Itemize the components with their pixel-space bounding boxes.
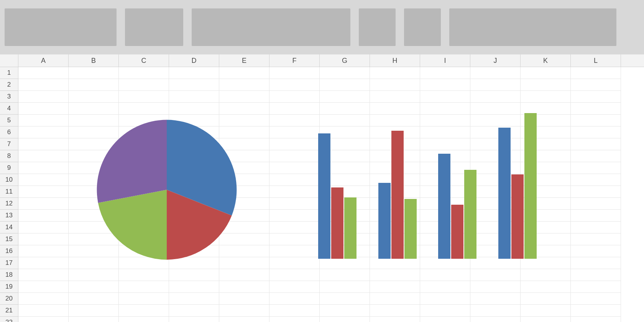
cell-D1[interactable] [169, 67, 219, 79]
column-header-J[interactable]: J [470, 54, 521, 67]
cell-A9[interactable] [18, 162, 69, 174]
ribbon-group-3[interactable] [192, 8, 350, 46]
cell-D3[interactable] [169, 91, 219, 103]
row-header-8[interactable]: 8 [0, 150, 18, 162]
cell-A1[interactable] [18, 67, 69, 79]
cell-I1[interactable] [420, 67, 470, 79]
ribbon-group-2[interactable] [125, 8, 183, 46]
cell-F5[interactable] [269, 115, 320, 127]
row-header-3[interactable]: 3 [0, 91, 18, 103]
cell-J2[interactable] [470, 79, 521, 91]
cell-L9[interactable] [571, 162, 621, 174]
row-header-18[interactable]: 18 [0, 269, 18, 281]
cell-B19[interactable] [69, 281, 119, 293]
cell-F13[interactable] [269, 210, 320, 222]
ribbon-group-4[interactable] [359, 8, 396, 46]
cell-A6[interactable] [18, 127, 69, 138]
cell-B20[interactable] [69, 293, 119, 305]
cell-F22[interactable] [269, 317, 320, 322]
cell-A14[interactable] [18, 222, 69, 233]
cell-F21[interactable] [269, 305, 320, 317]
cell-E18[interactable] [219, 269, 269, 281]
cell-J18[interactable] [470, 269, 521, 281]
cell-L18[interactable] [571, 269, 621, 281]
cell-F7[interactable] [269, 138, 320, 150]
cell-H2[interactable] [370, 79, 420, 91]
row-header-20[interactable]: 20 [0, 293, 18, 305]
cell-L7[interactable] [571, 138, 621, 150]
cell-B3[interactable] [69, 91, 119, 103]
cell-L2[interactable] [571, 79, 621, 91]
cell-G21[interactable] [320, 305, 370, 317]
cell-F15[interactable] [269, 233, 320, 245]
row-header-11[interactable]: 11 [0, 186, 18, 198]
cell-H21[interactable] [370, 305, 420, 317]
cell-L3[interactable] [571, 91, 621, 103]
row-header-9[interactable]: 9 [0, 162, 18, 174]
cell-F17[interactable] [269, 257, 320, 269]
cell-A12[interactable] [18, 198, 69, 210]
cell-B18[interactable] [69, 269, 119, 281]
cell-B4[interactable] [69, 103, 119, 115]
cell-I18[interactable] [420, 269, 470, 281]
cell-D21[interactable] [169, 305, 219, 317]
cell-E22[interactable] [219, 317, 269, 322]
cell-A20[interactable] [18, 293, 69, 305]
cell-H20[interactable] [370, 293, 420, 305]
cell-A17[interactable] [18, 257, 69, 269]
cell-D20[interactable] [169, 293, 219, 305]
row-header-17[interactable]: 17 [0, 257, 18, 269]
cell-E1[interactable] [219, 67, 269, 79]
cell-L19[interactable] [571, 281, 621, 293]
ribbon-group-6[interactable] [449, 8, 616, 46]
cell-F1[interactable] [269, 67, 320, 79]
cell-I19[interactable] [420, 281, 470, 293]
cell-C4[interactable] [119, 103, 169, 115]
column-header-L[interactable]: L [571, 54, 621, 67]
cell-I3[interactable] [420, 91, 470, 103]
column-header-A[interactable]: A [18, 54, 69, 67]
row-header-10[interactable]: 10 [0, 174, 18, 186]
cell-G17[interactable] [320, 257, 370, 269]
cell-B21[interactable] [69, 305, 119, 317]
cell-F16[interactable] [269, 245, 320, 257]
column-header-I[interactable]: I [420, 54, 470, 67]
cell-G18[interactable] [320, 269, 370, 281]
column-header-D[interactable]: D [169, 54, 219, 67]
column-header-E[interactable]: E [219, 54, 269, 67]
cell-C3[interactable] [119, 91, 169, 103]
cell-I21[interactable] [420, 305, 470, 317]
cell-G20[interactable] [320, 293, 370, 305]
cell-L17[interactable] [571, 257, 621, 269]
cell-D22[interactable] [169, 317, 219, 322]
cell-F14[interactable] [269, 222, 320, 233]
cell-B1[interactable] [69, 67, 119, 79]
cell-L20[interactable] [571, 293, 621, 305]
column-header-G[interactable]: G [320, 54, 370, 67]
cell-G2[interactable] [320, 79, 370, 91]
cell-L12[interactable] [571, 198, 621, 210]
cell-A11[interactable] [18, 186, 69, 198]
cell-F19[interactable] [269, 281, 320, 293]
cell-A8[interactable] [18, 150, 69, 162]
spreadsheet-grid[interactable]: 12345678910111213141516171819202122 [0, 67, 644, 322]
column-header-K[interactable]: K [521, 54, 571, 67]
cell-L22[interactable] [571, 317, 621, 322]
cell-E20[interactable] [219, 293, 269, 305]
cell-H17[interactable] [370, 257, 420, 269]
cell-F12[interactable] [269, 198, 320, 210]
cell-J20[interactable] [470, 293, 521, 305]
cell-F10[interactable] [269, 174, 320, 186]
cell-E21[interactable] [219, 305, 269, 317]
cell-A3[interactable] [18, 91, 69, 103]
row-header-21[interactable]: 21 [0, 305, 18, 317]
cell-J21[interactable] [470, 305, 521, 317]
row-header-19[interactable]: 19 [0, 281, 18, 293]
cell-A10[interactable] [18, 174, 69, 186]
cell-L11[interactable] [571, 186, 621, 198]
cell-A2[interactable] [18, 79, 69, 91]
row-header-1[interactable]: 1 [0, 67, 18, 79]
cell-L21[interactable] [571, 305, 621, 317]
cell-D4[interactable] [169, 103, 219, 115]
cell-F11[interactable] [269, 186, 320, 198]
